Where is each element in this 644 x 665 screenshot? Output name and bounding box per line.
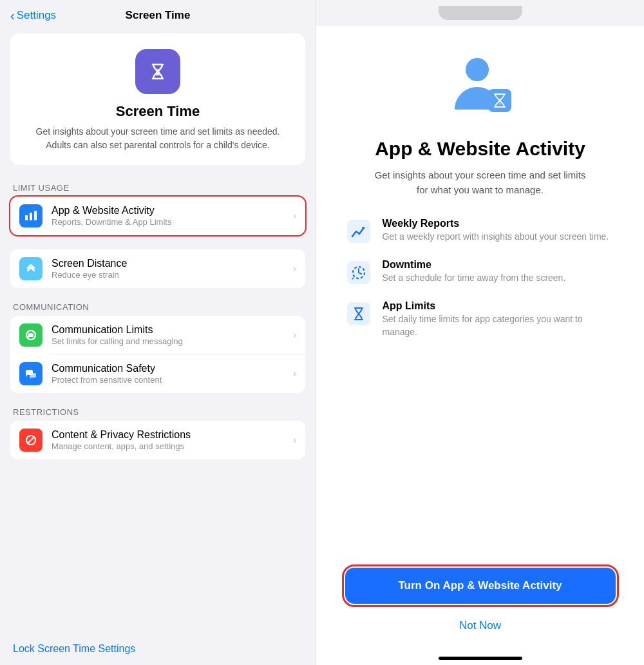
app-limits-desc: Set daily time limits for app categories… bbox=[383, 313, 616, 338]
hero-card: Screen Time Get insights about your scre… bbox=[10, 34, 305, 165]
weekly-reports-text: Weekly Reports Get a weekly report with … bbox=[383, 218, 609, 244]
app-activity-chevron-icon: › bbox=[293, 210, 296, 222]
back-label: Settings bbox=[17, 9, 56, 22]
home-indicator bbox=[439, 657, 522, 660]
back-chevron-icon: ‹ bbox=[10, 8, 15, 23]
svg-point-9 bbox=[466, 58, 489, 81]
communication-safety-text: Communication Safety Protect from sensit… bbox=[52, 363, 288, 385]
communication-limits-chevron-icon: › bbox=[293, 329, 296, 341]
lock-screen-time-link[interactable]: Lock Screen Time Settings bbox=[10, 638, 138, 657]
section-restrictions-label: RESTRICTIONS bbox=[10, 407, 305, 417]
not-now-button[interactable]: Not Now bbox=[345, 614, 616, 637]
content-privacy-title: Content & Privacy Restrictions bbox=[52, 429, 288, 441]
content-privacy-item[interactable]: Content & Privacy Restrictions Manage co… bbox=[10, 421, 305, 459]
svg-point-1 bbox=[156, 69, 160, 73]
right-top-bar bbox=[316, 0, 644, 26]
weekly-reports-icon bbox=[345, 218, 372, 245]
communication-limits-item[interactable]: Communication Limits Set limits for call… bbox=[10, 316, 305, 354]
communication-limits-icon bbox=[19, 323, 43, 347]
back-button[interactable]: ‹ Settings bbox=[10, 8, 56, 23]
feature-weekly-reports: Weekly Reports Get a weekly report with … bbox=[345, 218, 616, 245]
restrictions-group: Content & Privacy Restrictions Manage co… bbox=[10, 421, 305, 459]
communication-safety-chevron-icon: › bbox=[293, 368, 296, 380]
content-privacy-chevron-icon: › bbox=[293, 434, 296, 446]
weekly-reports-desc: Get a weekly report with insights about … bbox=[383, 231, 609, 244]
app-website-activity-item[interactable]: App & Website Activity Reports, Downtime… bbox=[10, 197, 305, 235]
hero-title: Screen Time bbox=[23, 103, 292, 120]
app-activity-icon bbox=[19, 204, 43, 227]
feature-downtime: Downtime Set a schedule for time away fr… bbox=[345, 259, 616, 286]
section-limit-label: LIMIT USAGE bbox=[10, 183, 305, 193]
screen-distance-chevron-icon: › bbox=[293, 263, 296, 275]
feature-app-limits: App Limits Set daily time limits for app… bbox=[345, 300, 616, 338]
right-title: App & Website Activity bbox=[375, 138, 585, 159]
app-activity-subtitle: Reports, Downtime & App Limits bbox=[52, 217, 288, 227]
screen-distance-title: Screen Distance bbox=[52, 258, 288, 269]
communication-safety-item[interactable]: Communication Safety Protect from sensit… bbox=[10, 354, 305, 393]
right-hero-illustration bbox=[442, 52, 519, 122]
app-limits-text: App Limits Set daily time limits for app… bbox=[383, 300, 616, 338]
section-communication-label: COMMUNICATION bbox=[10, 302, 305, 312]
screen-time-app-icon bbox=[135, 49, 180, 94]
communication-group: Communication Limits Set limits for call… bbox=[10, 316, 305, 393]
right-panel: App & Website Activity Get insights abou… bbox=[316, 0, 644, 665]
downtime-desc: Set a schedule for time away from the sc… bbox=[383, 272, 566, 285]
downtime-text: Downtime Set a schedule for time away fr… bbox=[383, 259, 566, 285]
communication-safety-icon bbox=[19, 362, 43, 385]
svg-rect-11 bbox=[347, 220, 370, 243]
screen-distance-subtitle: Reduce eye strain bbox=[52, 270, 288, 280]
communication-limits-text: Communication Limits Set limits for call… bbox=[52, 324, 288, 346]
content-privacy-subtitle: Manage content, apps, and settings bbox=[52, 441, 288, 451]
app-limits-title: App Limits bbox=[383, 300, 616, 312]
weekly-reports-title: Weekly Reports bbox=[383, 218, 609, 229]
downtime-icon bbox=[345, 259, 372, 286]
left-panel: ‹ Settings Screen Time Screen Time Get i… bbox=[0, 0, 316, 665]
screen-distance-item[interactable]: Screen Distance Reduce eye strain › bbox=[10, 249, 305, 288]
limit-usage-group: App & Website Activity Reports, Downtime… bbox=[10, 197, 305, 235]
communication-limits-title: Communication Limits bbox=[52, 324, 288, 336]
right-description: Get insights about your screen time and … bbox=[371, 168, 590, 197]
nav-bar: ‹ Settings Screen Time bbox=[0, 0, 316, 28]
hero-description: Get insights about your screen time and … bbox=[23, 125, 292, 152]
bottom-bar: Lock Screen Time Settings bbox=[0, 634, 316, 665]
turn-on-button[interactable]: Turn On App & Website Activity bbox=[345, 568, 616, 604]
phone-notch bbox=[439, 6, 522, 20]
cta-section: Turn On App & Website Activity Not Now bbox=[345, 568, 616, 637]
svg-rect-2 bbox=[25, 215, 28, 220]
communication-safety-title: Communication Safety bbox=[52, 363, 288, 374]
app-activity-text: App & Website Activity Reports, Downtime… bbox=[52, 205, 288, 227]
content-privacy-icon bbox=[19, 429, 43, 452]
svg-rect-4 bbox=[34, 211, 37, 220]
communication-safety-subtitle: Protect from sensitive content bbox=[52, 375, 288, 385]
screen-distance-text: Screen Distance Reduce eye strain bbox=[52, 258, 288, 280]
content-privacy-text: Content & Privacy Restrictions Manage co… bbox=[52, 429, 288, 451]
right-bottom-bar bbox=[316, 650, 644, 665]
right-scroll: App & Website Activity Get insights abou… bbox=[316, 26, 644, 650]
screen-distance-group: Screen Distance Reduce eye strain › bbox=[10, 249, 305, 288]
app-activity-title: App & Website Activity bbox=[52, 205, 288, 217]
nav-title: Screen Time bbox=[126, 9, 191, 22]
svg-rect-3 bbox=[30, 213, 32, 220]
communication-limits-subtitle: Set limits for calling and messaging bbox=[52, 336, 288, 346]
app-limits-icon bbox=[345, 300, 372, 327]
downtime-title: Downtime bbox=[383, 259, 566, 271]
screen-distance-icon bbox=[19, 257, 43, 280]
left-scroll: Screen Time Get insights about your scre… bbox=[0, 28, 316, 634]
svg-rect-7 bbox=[30, 373, 36, 378]
feature-list: Weekly Reports Get a weekly report with … bbox=[345, 218, 616, 352]
